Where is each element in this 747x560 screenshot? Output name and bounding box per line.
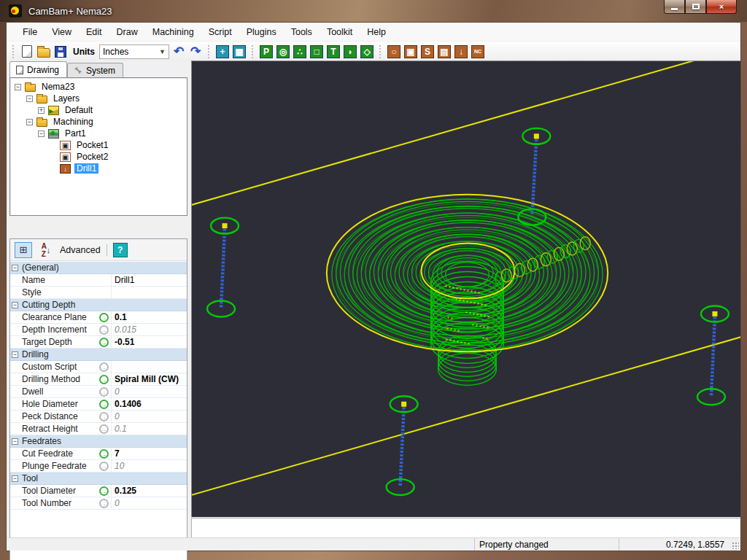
tree-toggle-plus-icon[interactable]: + xyxy=(38,107,44,114)
property-row-drilling[interactable]: −Drilling xyxy=(10,349,187,361)
property-row-tool-diameter[interactable]: Tool Diameter→0.125 xyxy=(10,485,187,497)
close-button[interactable]: × xyxy=(706,0,737,14)
tree-item-default[interactable]: +Default xyxy=(10,104,187,116)
tree-item-layers[interactable]: −Layers xyxy=(10,93,187,104)
property-row-dwell[interactable]: Dwell→0 xyxy=(10,386,187,398)
resize-grip[interactable] xyxy=(729,538,740,551)
property-row--general-[interactable]: −(General) xyxy=(10,262,187,274)
point-list-icon[interactable]: ∴ xyxy=(293,44,307,59)
property-value[interactable]: 0 xyxy=(111,411,187,422)
category-collapse-icon[interactable]: − xyxy=(12,475,18,482)
alphabetical-sort-icon[interactable]: AZ xyxy=(38,242,54,258)
tree-toggle-minus-icon[interactable]: − xyxy=(26,96,33,102)
tree-toggle-minus-icon[interactable]: − xyxy=(38,131,44,137)
property-value[interactable]: 0 xyxy=(111,497,187,509)
property-value[interactable]: 0.1406 xyxy=(111,398,187,410)
pocket-mop-icon[interactable]: ▣ xyxy=(403,44,418,59)
property-row-name[interactable]: NameDrill1 xyxy=(10,274,187,287)
tree-item-nema23[interactable]: −Nema23 xyxy=(10,81,187,93)
axes-snap-icon[interactable]: + xyxy=(215,44,230,59)
property-value[interactable]: 0 xyxy=(111,386,187,397)
menu-item-script[interactable]: Script xyxy=(201,24,239,40)
menu-item-draw[interactable]: Draw xyxy=(109,24,145,40)
tree-toggle-minus-icon[interactable]: − xyxy=(26,119,33,125)
property-row-custom-script[interactable]: Custom Script→ xyxy=(10,361,187,373)
tree-item-pocket2[interactable]: ▣Pocket2 xyxy=(10,151,187,163)
menu-item-toolkit[interactable]: Toolkit xyxy=(320,24,360,40)
maximize-button[interactable] xyxy=(685,0,706,14)
menu-item-plugins[interactable]: Plugins xyxy=(239,24,284,40)
property-row-retract-height[interactable]: Retract Height→0.1 xyxy=(10,423,187,435)
undo-icon[interactable]: ↶ xyxy=(171,44,186,59)
property-row-drilling-method[interactable]: Drilling Method→Spiral Mill (CW) xyxy=(10,373,187,386)
app-logo-icon xyxy=(9,4,22,18)
rectangle-icon[interactable]: □ xyxy=(309,44,324,59)
property-row-target-depth[interactable]: Target Depth→-0.51 xyxy=(10,336,187,349)
arc-icon: ◗ xyxy=(344,45,357,58)
menu-item-help[interactable]: Help xyxy=(360,24,393,40)
tree-item-drill1[interactable]: ↓Drill1 xyxy=(10,163,187,174)
status-section-empty xyxy=(7,538,475,551)
redo-icon[interactable]: ↷ xyxy=(188,44,203,59)
profile-mop-icon[interactable]: ○ xyxy=(387,44,401,59)
menu-item-machining[interactable]: Machining xyxy=(145,24,201,40)
property-value[interactable]: Spiral Mill (CW) xyxy=(111,373,187,385)
drill-mop-icon[interactable]: ↓ xyxy=(454,44,468,59)
property-value[interactable]: Drill1 xyxy=(111,274,187,286)
property-value[interactable]: 0.125 xyxy=(111,485,187,497)
property-value[interactable]: 0.015 xyxy=(111,324,187,335)
property-row-cutting-depth[interactable]: −Cutting Depth xyxy=(10,299,187,311)
tree-toggle-minus-icon[interactable]: − xyxy=(15,84,21,90)
units-dropdown[interactable]: Inches ▼ xyxy=(99,44,169,59)
category-collapse-icon[interactable]: − xyxy=(12,302,18,308)
new-drawing-icon[interactable] xyxy=(20,44,34,59)
property-row-tool-number[interactable]: Tool Number→0 xyxy=(10,497,187,510)
category-collapse-icon[interactable]: − xyxy=(12,351,18,358)
menu-item-file[interactable]: File xyxy=(15,24,44,40)
property-value[interactable]: -0.51 xyxy=(111,336,187,348)
menu-item-edit[interactable]: Edit xyxy=(79,24,109,40)
property-value[interactable]: 0.1 xyxy=(111,311,187,323)
category-collapse-icon[interactable]: − xyxy=(12,438,18,445)
text-icon[interactable]: T xyxy=(326,44,341,59)
property-row-plunge-feedrate[interactable]: Plunge Feedrate→10 xyxy=(10,460,187,472)
property-row-clearance-plane[interactable]: Clearance Plane→0.1 xyxy=(10,311,187,324)
menu-item-view[interactable]: View xyxy=(44,24,79,40)
property-row-tool[interactable]: −Tool xyxy=(10,472,187,485)
property-row-hole-diameter[interactable]: Hole Diameter→0.1406 xyxy=(10,398,187,411)
property-row-cut-feedrate[interactable]: Cut Feedrate→7 xyxy=(10,448,187,460)
polyline-icon[interactable]: P xyxy=(259,44,274,59)
profile3d-mop-icon[interactable]: ▤ xyxy=(437,44,452,59)
category-collapse-icon[interactable]: − xyxy=(12,265,18,271)
engrave-mop-icon[interactable]: S xyxy=(420,44,435,59)
property-value[interactable]: 0.1 xyxy=(111,423,187,435)
advanced-button[interactable]: Advanced xyxy=(60,245,101,255)
tab-drawing[interactable]: Drawing xyxy=(9,61,67,77)
arc-icon[interactable]: ◗ xyxy=(343,44,357,59)
cad-viewport[interactable] xyxy=(191,61,740,517)
tree-item-pocket1[interactable]: ▣Pocket1 xyxy=(10,139,187,151)
property-value[interactable]: 7 xyxy=(111,448,187,459)
gcode-icon[interactable]: NC xyxy=(471,44,485,59)
grid-icon[interactable]: ▦ xyxy=(232,44,247,59)
circle-icon[interactable]: ◎ xyxy=(276,44,290,59)
tab-system[interactable]: 🔧︎ System xyxy=(67,63,123,77)
property-value[interactable] xyxy=(111,287,187,298)
property-row-depth-increment[interactable]: Depth Increment→0.015 xyxy=(10,324,187,336)
category-label: (General) xyxy=(22,262,59,273)
property-row-peck-distance[interactable]: Peck Distance→0 xyxy=(10,411,187,423)
categorized-view-icon[interactable]: ⊞ xyxy=(15,242,32,258)
surface-icon[interactable]: ◇ xyxy=(360,44,374,59)
open-file-icon[interactable] xyxy=(36,44,51,59)
property-value[interactable]: 10 xyxy=(111,460,187,472)
help-icon[interactable]: ? xyxy=(113,243,128,257)
minimize-button[interactable] xyxy=(664,0,685,14)
property-row-style[interactable]: Style xyxy=(10,287,187,299)
polyline-icon: P xyxy=(260,45,273,58)
menu-item-tools[interactable]: Tools xyxy=(284,24,320,40)
property-row-feedrates[interactable]: −Feedrates xyxy=(10,435,187,448)
property-value[interactable] xyxy=(111,361,187,373)
tree-item-part1[interactable]: −Part1 xyxy=(10,128,187,139)
tree-item-machining[interactable]: −Machining xyxy=(10,116,187,128)
save-file-icon[interactable] xyxy=(53,44,68,59)
